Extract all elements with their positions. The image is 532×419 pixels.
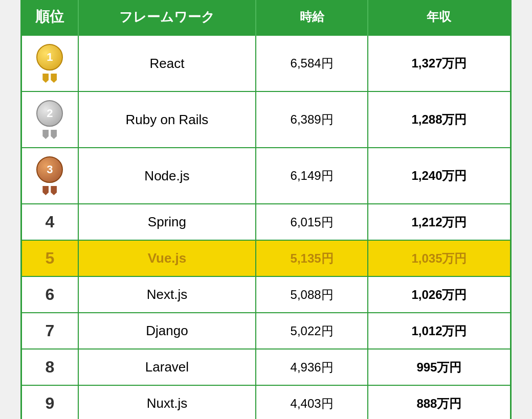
framework-name: Ruby on Rails bbox=[78, 91, 256, 148]
medal-ribbon bbox=[42, 74, 57, 83]
medal-ribbon bbox=[42, 130, 57, 139]
rank-cell: 9 bbox=[22, 385, 78, 419]
ranking-table-container: 順位 フレームワーク 時給 年収 1React6,584円1,327万円2Rub… bbox=[20, 0, 512, 419]
hourly-rate: 6,149円 bbox=[256, 148, 368, 204]
table-row: 4Spring6,015円1,212万円 bbox=[22, 204, 510, 240]
rank-cell: 4 bbox=[22, 204, 78, 240]
ribbon-left bbox=[42, 130, 49, 139]
annual-salary: 1,288万円 bbox=[368, 91, 510, 148]
hourly-rate: 4,936円 bbox=[256, 349, 368, 385]
rank-number: 6 bbox=[45, 285, 54, 304]
framework-name: Next.js bbox=[78, 276, 256, 313]
rank-cell: 5 bbox=[22, 240, 78, 276]
rank-cell: 8 bbox=[22, 349, 78, 385]
annual-salary: 1,012万円 bbox=[368, 313, 510, 349]
header-hourly: 時給 bbox=[256, 0, 368, 36]
table-row: 5Vue.js5,135円1,035万円 bbox=[22, 240, 510, 276]
ribbon-left bbox=[42, 74, 49, 83]
medal-silver: 2 bbox=[27, 100, 73, 139]
table-row: 6Next.js5,088円1,026万円 bbox=[22, 276, 510, 313]
hourly-rate: 6,015円 bbox=[256, 204, 368, 240]
ranking-table: 順位 フレームワーク 時給 年収 1React6,584円1,327万円2Rub… bbox=[22, 0, 510, 419]
ribbon-right bbox=[51, 130, 57, 139]
table-row: 9Nuxt.js4,403円888万円 bbox=[22, 385, 510, 419]
ribbon-right bbox=[51, 186, 57, 195]
rank-number: 4 bbox=[45, 213, 54, 231]
medal-circle: 2 bbox=[36, 100, 63, 127]
table-row: 3Node.js6,149円1,240万円 bbox=[22, 148, 510, 204]
hourly-rate: 5,135円 bbox=[256, 240, 368, 276]
annual-salary: 1,212万円 bbox=[368, 204, 510, 240]
annual-salary: 888万円 bbox=[368, 385, 510, 419]
framework-name: Spring bbox=[78, 204, 256, 240]
hourly-rate: 5,088円 bbox=[256, 276, 368, 313]
framework-name: Laravel bbox=[78, 349, 256, 385]
hourly-rate: 6,389円 bbox=[256, 91, 368, 148]
table-row: 1React6,584円1,327万円 bbox=[22, 36, 510, 91]
medal-gold: 1 bbox=[27, 44, 73, 83]
table-row: 8Laravel4,936円995万円 bbox=[22, 349, 510, 385]
medal-circle: 1 bbox=[36, 44, 63, 71]
table-row: 7Django5,022円1,012万円 bbox=[22, 313, 510, 349]
medal-ribbon bbox=[42, 186, 57, 195]
framework-name: Django bbox=[78, 313, 256, 349]
medal-bronze: 3 bbox=[27, 156, 73, 195]
annual-salary: 995万円 bbox=[368, 349, 510, 385]
rank-number: 5 bbox=[45, 249, 54, 267]
ribbon-right bbox=[51, 74, 57, 83]
medal-circle: 3 bbox=[36, 156, 63, 183]
annual-salary: 1,026万円 bbox=[368, 276, 510, 313]
table-header-row: 順位 フレームワーク 時給 年収 bbox=[22, 0, 510, 36]
framework-name: Nuxt.js bbox=[78, 385, 256, 419]
header-annual: 年収 bbox=[368, 0, 510, 36]
annual-salary: 1,240万円 bbox=[368, 148, 510, 204]
rank-cell: 7 bbox=[22, 313, 78, 349]
framework-name: React bbox=[78, 36, 256, 91]
rank-cell: 2 bbox=[22, 91, 78, 148]
rank-number: 9 bbox=[45, 394, 54, 412]
ribbon-left bbox=[42, 186, 49, 195]
rank-number: 7 bbox=[45, 321, 54, 340]
rank-cell: 6 bbox=[22, 276, 78, 313]
rank-cell: 3 bbox=[22, 148, 78, 204]
table-row: 2Ruby on Rails6,389円1,288万円 bbox=[22, 91, 510, 148]
rank-cell: 1 bbox=[22, 36, 78, 91]
hourly-rate: 5,022円 bbox=[256, 313, 368, 349]
rank-number: 8 bbox=[45, 358, 54, 376]
hourly-rate: 4,403円 bbox=[256, 385, 368, 419]
framework-name: Node.js bbox=[78, 148, 256, 204]
hourly-rate: 6,584円 bbox=[256, 36, 368, 91]
header-rank: 順位 bbox=[22, 0, 78, 36]
annual-salary: 1,327万円 bbox=[368, 36, 510, 91]
annual-salary: 1,035万円 bbox=[368, 240, 510, 276]
header-framework: フレームワーク bbox=[78, 0, 256, 36]
framework-name: Vue.js bbox=[78, 240, 256, 276]
